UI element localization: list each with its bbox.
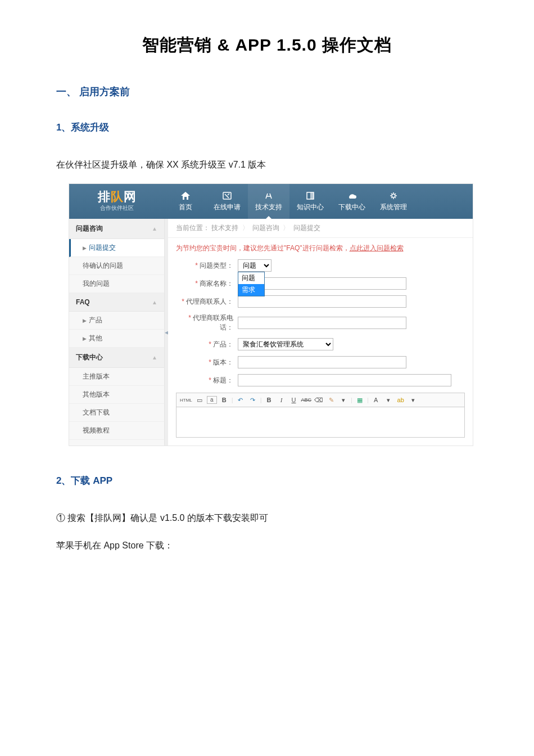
- sidebar-item-label: 问题提交: [89, 244, 116, 251]
- tb-clear-button[interactable]: ⌫: [314, 397, 324, 404]
- editor-toolbar: HTML ▭ a B | ↶ ↷ | B I U ABC ⌫ ✎ ▾ | ▦ |…: [176, 393, 465, 407]
- tb-strike-button[interactable]: ABC: [301, 397, 312, 403]
- nav-apply[interactable]: 在线申请: [206, 184, 248, 219]
- nav-label: 首页: [179, 202, 192, 212]
- sidebar-item-main-version[interactable]: 主推版本: [69, 368, 164, 386]
- title-input[interactable]: [238, 374, 451, 386]
- breadcrumb: 当前位置： 技术支持 〉 问题咨询 〉 问题提交: [168, 219, 473, 238]
- tb-fontcolor-button[interactable]: A: [371, 397, 381, 403]
- required-mark: *: [209, 340, 211, 348]
- tb-highlight-more[interactable]: ▾: [408, 397, 418, 404]
- sidebar-group-issues[interactable]: 问题咨询 ▲: [69, 219, 164, 239]
- section-1-heading: 一、 启用方案前: [56, 85, 478, 98]
- tb-html-button[interactable]: HTML: [180, 398, 192, 403]
- tip-text: 为节约您的宝贵时间，建议您先通过"FAQ"进行问题检索，: [176, 244, 350, 252]
- breadcrumb-item: 问题提交: [293, 224, 320, 232]
- required-mark: *: [182, 298, 184, 305]
- product-select[interactable]: 聚食汇餐饮管理系统: [238, 338, 333, 350]
- brand-block: 排队网 合作伙伴社区: [69, 184, 165, 219]
- subsection-1-1-heading: 1、系统升级: [56, 121, 478, 134]
- nav-knowledge[interactable]: 知识中心: [289, 184, 331, 219]
- app-body: 问题咨询 ▲ ▶问题提交 待确认的问题 我的问题 FAQ ▲ ▶产品 ▶其他 下…: [69, 219, 473, 446]
- tb-undo-button[interactable]: ↶: [236, 397, 246, 404]
- nav-download[interactable]: 下载中心: [331, 184, 373, 219]
- collapse-icon: ▲: [152, 299, 157, 305]
- toolbar-sep: |: [232, 397, 233, 403]
- collapse-icon: ▲: [152, 226, 157, 232]
- tb-b-button[interactable]: B: [219, 397, 229, 403]
- row-type: *问题类型： 问题 问题 需求: [168, 256, 473, 274]
- tb-source-button[interactable]: ▭: [194, 397, 205, 404]
- tb-more-button[interactable]: ▾: [338, 397, 349, 404]
- brand-logo: 排队网: [98, 191, 137, 203]
- tip-banner: 为节约您的宝贵时间，建议您先通过"FAQ"进行问题检索，点此进入问题检索: [168, 238, 473, 256]
- sidebar-item-videos[interactable]: 视频教程: [69, 422, 164, 440]
- required-mark: *: [188, 314, 191, 322]
- tip-link[interactable]: 点此进入问题检索: [350, 244, 404, 252]
- tb-italic-button[interactable]: I: [277, 397, 287, 403]
- nav-home[interactable]: 首页: [165, 184, 206, 219]
- sidebar-item-product[interactable]: ▶产品: [69, 312, 164, 330]
- tb-bold-button[interactable]: B: [264, 397, 274, 403]
- label-merchant: 商家名称：: [200, 280, 233, 287]
- breadcrumb-sep-icon: 〉: [283, 224, 289, 232]
- label-phone: 代理商联系电话：: [193, 314, 233, 331]
- sidebar-group-downloads[interactable]: 下载中心 ▲: [69, 348, 164, 368]
- row-version: *版本：: [168, 353, 473, 371]
- type-select[interactable]: 问题: [238, 259, 271, 272]
- breadcrumb-sep-icon: 〉: [242, 224, 249, 232]
- tb-fontcolor-more[interactable]: ▾: [383, 397, 393, 404]
- gear-icon: [388, 191, 399, 201]
- content-area: 当前位置： 技术支持 〉 问题咨询 〉 问题提交 为节约您的宝贵时间，建议您先通…: [168, 219, 473, 446]
- tb-redo-button[interactable]: ↷: [248, 397, 258, 404]
- brand-subtitle: 合作伙伴社区: [100, 204, 134, 212]
- label-contact: 代理商联系人：: [186, 298, 233, 305]
- contact-input[interactable]: [238, 295, 406, 308]
- nav-label: 在线申请: [214, 202, 241, 212]
- editor-body[interactable]: [176, 407, 465, 438]
- required-mark: *: [209, 358, 211, 366]
- nav-system[interactable]: 系统管理: [373, 184, 414, 219]
- support-icon: [263, 191, 274, 201]
- svg-point-3: [392, 194, 395, 197]
- sidebar-item-submit[interactable]: ▶问题提交: [69, 239, 164, 257]
- nav-items: 首页 在线申请 技术支持 知识中心: [165, 184, 414, 219]
- version-input[interactable]: [238, 356, 406, 368]
- nav-support[interactable]: 技术支持: [248, 184, 289, 219]
- tb-format-button[interactable]: ✎: [326, 397, 336, 404]
- sidebar-group-faq[interactable]: FAQ ▲: [69, 293, 164, 312]
- toolbar-sep: |: [260, 397, 262, 403]
- tb-underline-button[interactable]: U: [289, 397, 299, 403]
- home-icon: [180, 191, 191, 201]
- toolbar-sep: |: [367, 397, 369, 403]
- sidebar-item-other-version[interactable]: 其他版本: [69, 386, 164, 404]
- required-mark: *: [195, 262, 198, 269]
- nav-label: 系统管理: [380, 202, 407, 212]
- tb-a-button[interactable]: a: [207, 396, 217, 404]
- sidebar-item-other[interactable]: ▶其他: [69, 330, 164, 348]
- download-icon: [346, 191, 357, 201]
- nav-label: 技术支持: [255, 202, 282, 212]
- subsection-1-2-heading: 2、下载 APP: [56, 474, 478, 487]
- tb-table-button[interactable]: ▦: [355, 397, 365, 404]
- sidebar-item-label: 其他: [89, 334, 102, 342]
- svg-rect-2: [310, 192, 314, 199]
- breadcrumb-item[interactable]: 问题咨询: [252, 224, 279, 232]
- type-option-issue[interactable]: 问题: [238, 272, 264, 284]
- para-download-appstore: 苹果手机在 App Store 下载：: [56, 537, 478, 554]
- sidebar-item-docs[interactable]: 文档下载: [69, 404, 164, 422]
- sidebar-item-mine[interactable]: 我的问题: [69, 275, 164, 293]
- breadcrumb-label: 当前位置：: [176, 224, 210, 232]
- row-phone: *代理商联系电话：: [168, 310, 473, 335]
- svg-line-10: [395, 194, 396, 194]
- sidebar: 问题咨询 ▲ ▶问题提交 待确认的问题 我的问题 FAQ ▲ ▶产品 ▶其他 下…: [69, 219, 165, 446]
- label-type: 问题类型：: [200, 262, 233, 269]
- phone-input[interactable]: [238, 317, 406, 329]
- brand-mid: 队: [111, 190, 124, 204]
- tb-highlight-button[interactable]: ab: [396, 397, 406, 403]
- breadcrumb-item[interactable]: 技术支持: [211, 224, 238, 232]
- sidebar-item-pending[interactable]: 待确认的问题: [69, 257, 164, 275]
- type-option-demand[interactable]: 需求: [238, 284, 264, 296]
- doc-title: 智能营销 & APP 1.5.0 操作文档: [56, 34, 478, 57]
- sidebar-group-label: 下载中心: [76, 353, 103, 362]
